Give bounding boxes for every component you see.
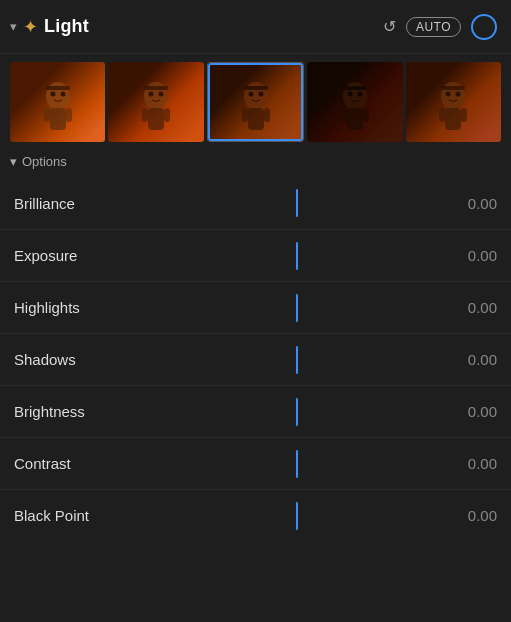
svg-point-2 [50,92,55,97]
auto-badge[interactable]: AUTO [406,17,461,37]
shadows-slider-thumb [296,346,298,374]
face-illustration-4 [431,72,475,132]
svg-rect-27 [363,108,369,122]
face-illustration-2 [234,72,278,132]
svg-point-31 [456,92,461,97]
svg-rect-25 [343,86,367,90]
exposure-slider-track[interactable] [144,230,449,281]
options-label: Options [22,154,67,169]
svg-point-23 [347,92,352,97]
svg-point-24 [357,92,362,97]
slider-row-black-point[interactable]: Black Point 0.00 [0,489,511,541]
header-left: ▾ ✦ Light [10,16,383,37]
svg-rect-32 [441,86,465,90]
exposure-value: 0.00 [449,247,497,264]
svg-rect-22 [347,108,363,130]
highlights-label: Highlights [14,299,144,316]
svg-rect-15 [248,108,264,130]
black-point-slider-thumb [296,502,298,530]
slider-row-highlights[interactable]: Highlights 0.00 [0,281,511,333]
light-panel: ▾ ✦ Light ↺ AUTO [0,0,511,622]
sliders-section: Brilliance 0.00 Exposure 0.00 Highlights… [0,173,511,622]
options-chevron-icon: ▾ [10,154,17,169]
svg-point-16 [248,92,253,97]
svg-rect-12 [142,108,148,122]
contrast-label: Contrast [14,455,144,472]
slider-row-shadows[interactable]: Shadows 0.00 [0,333,511,385]
slider-row-brightness[interactable]: Brightness 0.00 [0,385,511,437]
svg-point-10 [159,92,164,97]
contrast-value: 0.00 [449,455,497,472]
svg-rect-4 [46,86,70,90]
brilliance-slider-thumb [296,189,298,217]
thumbnail-0[interactable] [10,62,105,142]
thumbnail-1[interactable] [108,62,203,142]
slider-row-exposure[interactable]: Exposure 0.00 [0,229,511,281]
svg-rect-6 [66,108,72,122]
face-illustration-3 [333,72,377,132]
options-header[interactable]: ▾ Options [0,150,511,173]
black-point-label: Black Point [14,507,144,524]
svg-rect-29 [445,108,461,130]
contrast-slider-thumb [296,450,298,478]
highlights-value: 0.00 [449,299,497,316]
face-illustration-0 [36,72,80,132]
face-illustration-1 [134,72,178,132]
section-header: ▾ ✦ Light ↺ AUTO [0,0,511,54]
svg-rect-19 [242,108,248,122]
shadows-value: 0.00 [449,351,497,368]
svg-rect-26 [341,108,347,122]
svg-rect-20 [264,108,270,122]
svg-rect-11 [144,86,168,90]
highlights-slider-thumb [296,294,298,322]
svg-point-30 [446,92,451,97]
black-point-slider-track[interactable] [144,490,449,541]
svg-point-9 [149,92,154,97]
light-sun-icon: ✦ [23,18,38,36]
svg-rect-33 [439,108,445,122]
exposure-slider-thumb [296,242,298,270]
highlights-slider-track[interactable] [144,282,449,333]
collapse-chevron-icon[interactable]: ▾ [10,20,17,33]
svg-rect-18 [244,86,268,90]
svg-rect-34 [461,108,467,122]
brilliance-slider-track[interactable] [144,177,449,229]
toggle-circle-button[interactable] [471,14,497,40]
black-point-value: 0.00 [449,507,497,524]
brightness-value: 0.00 [449,403,497,420]
shadows-slider-track[interactable] [144,334,449,385]
svg-point-17 [258,92,263,97]
brightness-slider-track[interactable] [144,386,449,437]
brilliance-value: 0.00 [449,195,497,212]
svg-point-3 [60,92,65,97]
svg-rect-1 [50,108,66,130]
thumbnail-3[interactable] [307,62,402,142]
slider-row-contrast[interactable]: Contrast 0.00 [0,437,511,489]
undo-icon[interactable]: ↺ [383,17,396,36]
shadows-label: Shadows [14,351,144,368]
brightness-label: Brightness [14,403,144,420]
thumbnails-strip [0,54,511,150]
section-title: Light [44,16,89,37]
contrast-slider-track[interactable] [144,438,449,489]
thumbnail-4[interactable] [406,62,501,142]
svg-rect-8 [148,108,164,130]
exposure-label: Exposure [14,247,144,264]
svg-rect-13 [164,108,170,122]
brightness-slider-thumb [296,398,298,426]
slider-row-brilliance[interactable]: Brilliance 0.00 [0,177,511,229]
brilliance-label: Brilliance [14,195,144,212]
svg-rect-5 [44,108,50,122]
header-controls: ↺ AUTO [383,14,497,40]
thumbnail-2[interactable] [207,62,304,142]
